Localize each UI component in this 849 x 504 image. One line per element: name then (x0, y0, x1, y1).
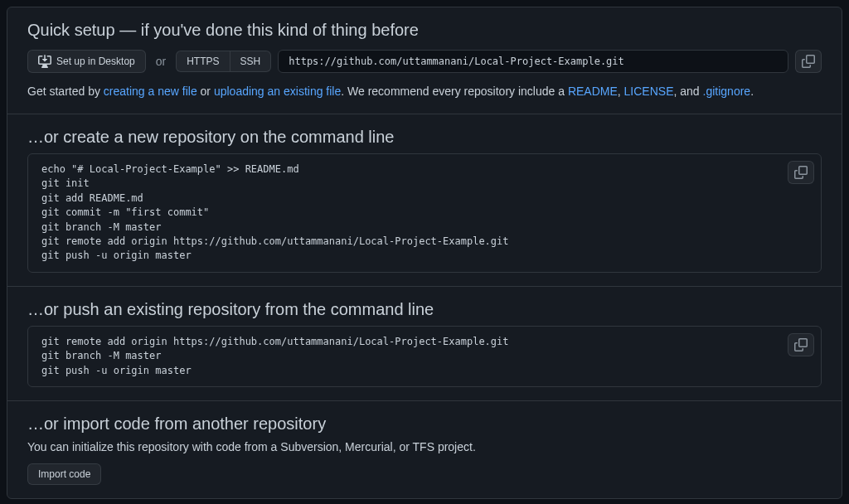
import-text: You can initialize this repository with … (27, 440, 822, 453)
import-code-button[interactable]: Import code (27, 463, 101, 485)
copy-icon (794, 338, 808, 351)
protip-bar: ProTip! Use the URL for this page when a… (7, 499, 842, 504)
create-file-link[interactable]: creating a new file (104, 85, 197, 98)
upload-file-link[interactable]: uploading an existing file (214, 85, 341, 98)
import-heading: …or import code from another repository (27, 414, 822, 434)
or-text: or (156, 55, 166, 68)
copy-create-code-button[interactable] (788, 161, 814, 184)
setup-desktop-label: Set up in Desktop (56, 56, 135, 67)
copy-push-code-button[interactable] (788, 333, 814, 356)
create-repo-heading: …or create a new repository on the comma… (27, 128, 822, 147)
help-text: Get started by creating a new file or up… (27, 83, 822, 100)
create-repo-code: echo "# Local-Project-Example" >> README… (27, 153, 822, 273)
readme-link[interactable]: README (568, 85, 618, 98)
copy-icon (794, 166, 808, 179)
push-repo-code: git remote add origin https://github.com… (27, 326, 822, 387)
quick-setup-heading: Quick setup — if you've done this kind o… (27, 21, 822, 40)
setup-desktop-button[interactable]: Set up in Desktop (27, 50, 146, 73)
https-button[interactable]: HTTPS (176, 51, 230, 72)
copy-icon (802, 55, 815, 68)
copy-url-button[interactable] (795, 50, 822, 73)
license-link[interactable]: LICENSE (624, 85, 674, 98)
clone-url-input[interactable] (278, 50, 788, 73)
push-repo-heading: …or push an existing repository from the… (27, 300, 822, 319)
desktop-download-icon (38, 55, 51, 68)
gitignore-link[interactable]: .gitignore (703, 85, 751, 98)
ssh-button[interactable]: SSH (230, 51, 272, 72)
